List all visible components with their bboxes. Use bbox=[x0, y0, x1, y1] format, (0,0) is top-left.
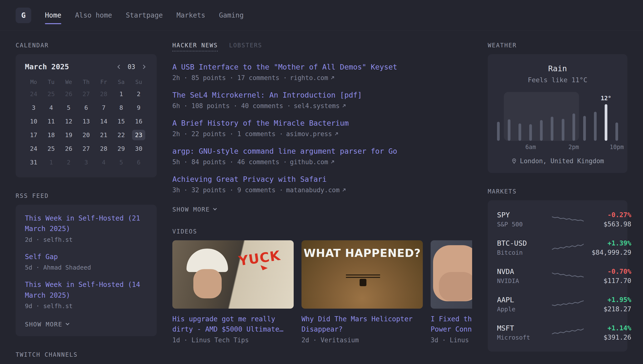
video-title[interactable]: His upgrade got me really dirty - AMD $5… bbox=[172, 314, 294, 334]
calendar-day[interactable]: 14 bbox=[95, 114, 113, 128]
news-item-source-link[interactable]: matanabudy.com bbox=[286, 186, 346, 194]
nav-tab-home[interactable]: Home bbox=[45, 0, 61, 30]
video-thumbnail[interactable]: DO TH bbox=[431, 240, 472, 308]
news-item-title[interactable]: The SeL4 Microkernel: An Introduction [p… bbox=[172, 91, 472, 99]
rss-item-title[interactable]: This Week in Self-Hosted (21 March 2025) bbox=[25, 213, 148, 234]
calendar-day[interactable]: 12 bbox=[60, 114, 77, 128]
news-show-more-button[interactable]: SHOW MORE bbox=[172, 206, 216, 213]
calendar-day[interactable]: 20 bbox=[77, 128, 95, 142]
market-row-nvda[interactable]: NVDA NVIDIA -0.70% $117.70 bbox=[497, 262, 618, 290]
tab-lobsters[interactable]: LOBSTERS bbox=[229, 42, 262, 51]
calendar-day-grid: 2425262728123456789101112131415161718192… bbox=[25, 87, 148, 169]
news-item: A Brief History of the Miracle Bacterium… bbox=[172, 119, 472, 138]
calendar-day[interactable]: 25 bbox=[43, 87, 60, 101]
calendar-day[interactable]: 3 bbox=[25, 101, 43, 114]
calendar-day[interactable]: 1 bbox=[113, 87, 130, 101]
calendar-day[interactable]: 9 bbox=[130, 101, 148, 114]
calendar-day[interactable]: 6 bbox=[77, 101, 95, 114]
calendar-day[interactable]: 3 bbox=[77, 156, 95, 169]
video-meta: 1d · Linus Tech Tips bbox=[172, 336, 294, 344]
news-item-source-link[interactable]: asimov.press bbox=[286, 130, 339, 138]
calendar-day[interactable]: 1 bbox=[43, 156, 60, 169]
news-item-source-link[interactable]: github.com bbox=[290, 158, 335, 166]
calendar-day-number: 16 bbox=[132, 116, 145, 126]
news-item-title[interactable]: Achieving Great Privacy with Safari bbox=[172, 175, 472, 184]
calendar-day[interactable]: 26 bbox=[60, 87, 77, 101]
video-thumbnail[interactable]: WHAT HAPPENED? bbox=[301, 240, 423, 308]
calendar-controls: 03 bbox=[116, 63, 148, 70]
calendar-day[interactable]: 11 bbox=[43, 114, 60, 128]
calendar-day[interactable]: 27 bbox=[77, 87, 95, 101]
video-thumbnail[interactable]: YUCK bbox=[172, 240, 294, 308]
calendar-day[interactable]: 28 bbox=[95, 142, 113, 156]
video-card[interactable]: YUCK His upgrade got me really dirty - A… bbox=[172, 240, 294, 344]
calendar-next-button[interactable] bbox=[140, 63, 148, 70]
calendar-day[interactable]: 31 bbox=[25, 156, 43, 169]
market-row-msft[interactable]: MSFT Microsoft +1.14% $391.26 bbox=[497, 318, 618, 347]
market-change: +1.14% bbox=[584, 324, 631, 332]
market-sparkline bbox=[552, 241, 584, 254]
market-row-btc-usd[interactable]: BTC-USD Bitcoin +1.39% $84,999.29 bbox=[497, 234, 618, 262]
market-change: -0.27% bbox=[584, 211, 631, 218]
calendar-day[interactable]: 2 bbox=[60, 156, 77, 169]
market-row-spy[interactable]: SPY S&P 500 -0.27% $563.98 bbox=[497, 205, 618, 234]
market-quote: -0.70% $117.70 bbox=[584, 268, 631, 284]
rss-list: This Week in Self-Hosted (21 March 2025)… bbox=[25, 213, 148, 310]
calendar-day[interactable]: 30 bbox=[130, 142, 148, 156]
news-item-source-link[interactable]: sel4.systems bbox=[294, 102, 346, 110]
nav-tab-startpage[interactable]: Startpage bbox=[126, 0, 163, 30]
news-item-title[interactable]: A Brief History of the Miracle Bacterium bbox=[172, 119, 472, 127]
calendar-day[interactable]: 2 bbox=[130, 87, 148, 101]
calendar-day[interactable]: 24 bbox=[25, 142, 43, 156]
market-symbol: BTC-USD bbox=[497, 239, 552, 248]
nav-tab-gaming[interactable]: Gaming bbox=[219, 0, 244, 30]
calendar-day[interactable]: 18 bbox=[43, 128, 60, 142]
tab-hacker-news[interactable]: HACKER NEWS bbox=[172, 42, 218, 52]
calendar-day[interactable]: 13 bbox=[77, 114, 95, 128]
video-card[interactable]: WHAT HAPPENED? Why Did The Mars Helicopt… bbox=[301, 240, 423, 344]
news-item-title[interactable]: A USB Interface to the "Mother of All De… bbox=[172, 63, 472, 71]
calendar-day[interactable]: 5 bbox=[60, 101, 77, 114]
rss-item-title[interactable]: This Week in Self-Hosted (14 March 2025) bbox=[25, 279, 148, 300]
news-item: A USB Interface to the "Mother of All De… bbox=[172, 63, 472, 82]
calendar-day[interactable]: 5 bbox=[113, 156, 130, 169]
news-item-source-link[interactable]: righto.com bbox=[290, 74, 335, 82]
calendar-day[interactable]: 29 bbox=[113, 142, 130, 156]
calendar-day-number: 27 bbox=[80, 89, 93, 99]
weather-time-label: 2pm bbox=[568, 144, 579, 150]
market-row-aapl[interactable]: AAPL Apple +1.95% $218.27 bbox=[497, 290, 618, 318]
video-title[interactable]: I Fixed the 5 Power Connect bbox=[431, 314, 472, 334]
market-price: $218.27 bbox=[584, 305, 631, 313]
market-identity: MSFT Microsoft bbox=[497, 324, 552, 341]
app-logo[interactable]: G bbox=[16, 8, 31, 23]
video-title[interactable]: Why Did The Mars Helicopter Disappear? bbox=[301, 314, 423, 334]
calendar-day[interactable]: 24 bbox=[25, 87, 43, 101]
calendar-day-number: 1 bbox=[115, 89, 128, 99]
calendar-day[interactable]: 22 bbox=[113, 128, 130, 142]
video-card[interactable]: DO TH I Fixed the 5 Power Connect 3d · L… bbox=[431, 240, 472, 344]
calendar-day[interactable]: 7 bbox=[95, 101, 113, 114]
calendar-day[interactable]: 23 bbox=[130, 128, 148, 142]
calendar-day[interactable]: 26 bbox=[60, 142, 77, 156]
nav-tab-also-home[interactable]: Also home bbox=[75, 0, 112, 30]
calendar-day[interactable]: 6 bbox=[130, 156, 148, 169]
calendar-day[interactable]: 15 bbox=[113, 114, 130, 128]
external-link-icon bbox=[334, 132, 339, 136]
calendar-day[interactable]: 19 bbox=[60, 128, 77, 142]
market-identity: AAPL Apple bbox=[497, 296, 552, 313]
calendar-prev-button[interactable] bbox=[116, 63, 123, 70]
calendar-day[interactable]: 25 bbox=[43, 142, 60, 156]
calendar-day[interactable]: 21 bbox=[95, 128, 113, 142]
calendar-day[interactable]: 8 bbox=[113, 101, 130, 114]
calendar-day[interactable]: 4 bbox=[43, 101, 60, 114]
calendar-day[interactable]: 4 bbox=[95, 156, 113, 169]
calendar-day[interactable]: 10 bbox=[25, 114, 43, 128]
nav-tab-markets[interactable]: Markets bbox=[177, 0, 205, 30]
calendar-day[interactable]: 17 bbox=[25, 128, 43, 142]
calendar-day[interactable]: 16 bbox=[130, 114, 148, 128]
rss-item-title[interactable]: Self Gap bbox=[25, 252, 148, 262]
rss-show-more-button[interactable]: SHOW MORE bbox=[25, 321, 69, 328]
calendar-day[interactable]: 28 bbox=[95, 87, 113, 101]
calendar-day[interactable]: 27 bbox=[77, 142, 95, 156]
news-item-title[interactable]: argp: GNU-style command line argument pa… bbox=[172, 147, 472, 156]
